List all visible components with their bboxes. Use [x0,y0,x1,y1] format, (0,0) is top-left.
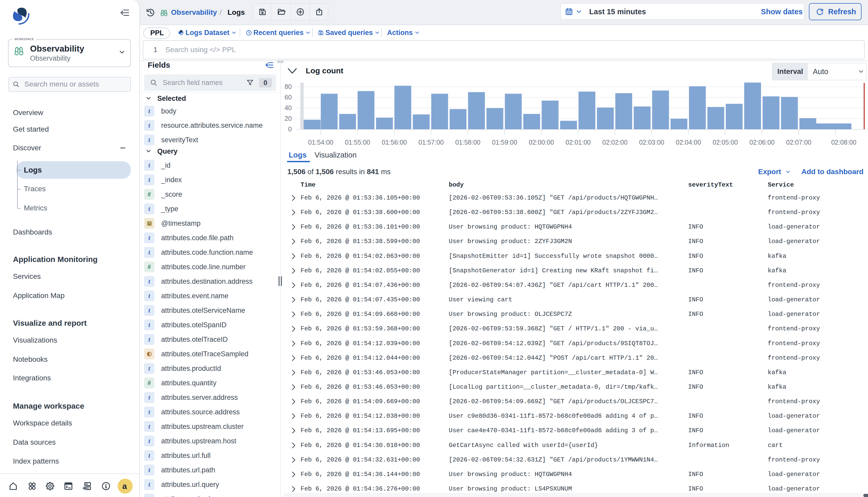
svg-text:02:04:00: 02:04:00 [676,139,701,146]
svg-text:01:54:00: 01:54:00 [308,139,333,146]
svg-text:02:08:00: 02:08:00 [831,139,856,146]
svg-text:80: 80 [284,83,292,90]
svg-text:02:01:00: 02:01:00 [566,139,591,146]
svg-text:0: 0 [288,125,292,133]
svg-text:40: 40 [284,104,292,111]
svg-text:01:58:00: 01:58:00 [455,139,480,146]
svg-text:60: 60 [284,94,292,101]
svg-text:02:00:00: 02:00:00 [529,139,554,146]
svg-text:02:06:00: 02:06:00 [749,139,774,146]
svg-text:02:07:00: 02:07:00 [786,139,811,146]
svg-text:02:02:00: 02:02:00 [602,139,628,146]
svg-text:01:59:00: 01:59:00 [492,139,517,146]
svg-text:01:56:00: 01:56:00 [382,139,407,146]
svg-text:20: 20 [284,115,292,122]
svg-text:02:05:00: 02:05:00 [713,139,738,146]
svg-text:01:55:00: 01:55:00 [345,139,370,146]
svg-text:02:03:00: 02:03:00 [639,139,664,146]
svg-text:01:57:00: 01:57:00 [418,139,444,146]
